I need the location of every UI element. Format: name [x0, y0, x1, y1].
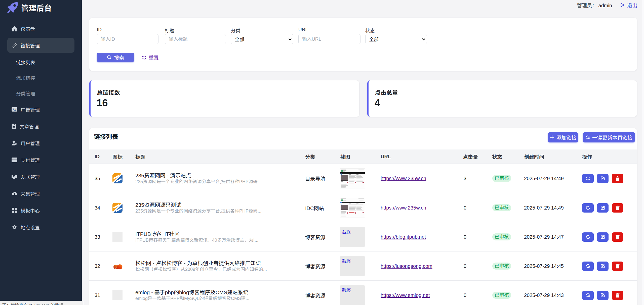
- svg-text:Ad: Ad: [13, 108, 16, 111]
